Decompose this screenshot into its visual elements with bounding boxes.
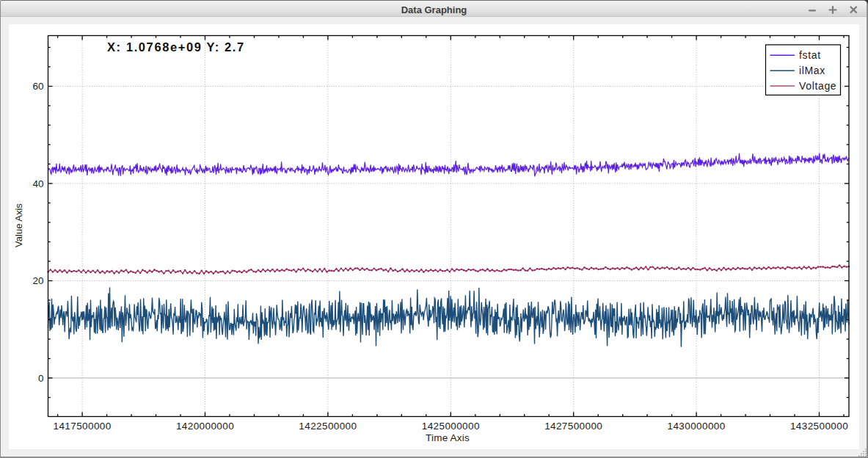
svg-text:X: 1.0768e+09 Y: 2.7: X: 1.0768e+09 Y: 2.7 (107, 40, 245, 54)
svg-text:1430000000: 1430000000 (668, 421, 726, 432)
svg-text:1427500000: 1427500000 (544, 421, 602, 432)
svg-text:ilMax: ilMax (799, 65, 825, 76)
svg-text:1420000000: 1420000000 (176, 421, 234, 432)
svg-text:1425000000: 1425000000 (422, 421, 480, 432)
svg-text:20: 20 (32, 275, 43, 286)
svg-text:Value Axis: Value Axis (13, 203, 24, 247)
svg-text:60: 60 (32, 81, 43, 92)
svg-text:40: 40 (32, 178, 43, 189)
svg-text:Time Axis: Time Axis (426, 432, 470, 443)
svg-text:0: 0 (38, 373, 44, 384)
svg-text:Voltage: Voltage (799, 80, 836, 92)
svg-text:fstat: fstat (799, 49, 821, 61)
svg-text:1422500000: 1422500000 (299, 421, 357, 432)
svg-text:Data Graphing: Data Graphing (401, 4, 467, 15)
svg-text:1417500000: 1417500000 (54, 421, 112, 432)
svg-text:1432500000: 1432500000 (790, 421, 848, 432)
